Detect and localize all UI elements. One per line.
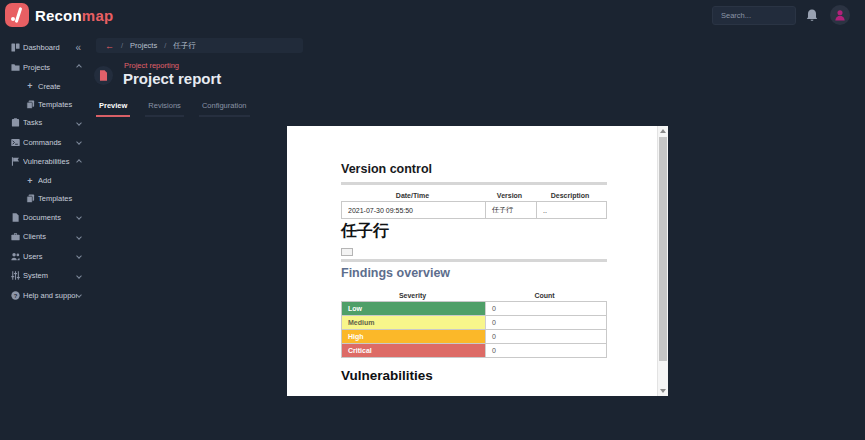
findings-overview-table: Severity Count Low 0 Medium 0 High 0 Cri… — [341, 289, 607, 358]
dashboard-icon — [10, 43, 20, 53]
chevron-up-icon — [76, 159, 82, 165]
svg-text:?: ? — [13, 292, 17, 298]
table-header-row: Date/Time Version Description — [341, 189, 607, 202]
vulnerabilities-heading: Vulnerabilities — [341, 368, 433, 383]
chevron-down-icon — [76, 253, 82, 259]
sidebar-item-dashboard[interactable]: Dashboard « — [0, 38, 88, 58]
page-title: Project report — [123, 70, 221, 87]
copy-icon — [25, 194, 35, 204]
file-icon — [10, 212, 20, 222]
tab-bar: Preview Revisions Configuration — [96, 99, 250, 117]
chevron-down-icon — [76, 234, 82, 240]
report-preview-panel[interactable]: Version control Date/Time Version Descri… — [287, 126, 668, 396]
sidebar-item-vulnerabilities[interactable]: Vulnerabilities — [0, 152, 88, 172]
sidebar-item-create-project[interactable]: + Create — [0, 77, 88, 95]
users-icon — [10, 251, 20, 261]
sidebar-item-tasks[interactable]: Tasks — [0, 113, 88, 133]
user-avatar[interactable] — [830, 5, 850, 25]
plus-icon: + — [25, 176, 35, 186]
panel-scrollbar[interactable] — [657, 126, 668, 396]
severity-row-critical: Critical 0 — [341, 343, 607, 358]
topbar: Reconmap — [0, 0, 865, 30]
version-control-table: Date/Time Version Description 2021-07-30… — [341, 189, 607, 219]
breadcrumb: ← / Projects / 任子行 — [96, 38, 303, 53]
sidebar-item-add-vulnerability[interactable]: + Add — [0, 172, 88, 190]
copy-icon — [25, 99, 35, 109]
scroll-down-button[interactable] — [658, 386, 668, 396]
flag-icon — [10, 157, 20, 167]
severity-row-high: High 0 — [341, 329, 607, 344]
sidebar-item-users[interactable]: Users — [0, 247, 88, 267]
sidebar-item-clients[interactable]: Clients — [0, 227, 88, 247]
severity-row-low: Low 0 — [341, 301, 607, 316]
version-control-heading: Version control — [341, 162, 432, 176]
chevron-up-icon — [76, 64, 82, 70]
sliders-icon — [10, 271, 20, 281]
help-circle-icon: ? — [10, 290, 20, 300]
briefcase-icon — [10, 232, 20, 242]
sidebar-item-vulnerability-templates[interactable]: Templates — [0, 190, 88, 208]
chevron-down-icon — [76, 120, 82, 126]
breadcrumb-projects[interactable]: Projects — [130, 41, 157, 50]
findings-overview-heading: Findings overview — [341, 266, 450, 280]
search-input[interactable] — [712, 6, 796, 25]
brand-name: Reconmap — [35, 7, 113, 24]
scroll-up-button[interactable] — [658, 126, 668, 136]
sidebar-item-system[interactable]: System — [0, 266, 88, 286]
severity-row-medium: Medium 0 — [341, 315, 607, 330]
clipboard-icon — [10, 118, 20, 128]
report-file-icon — [94, 66, 113, 85]
terminal-icon — [10, 137, 20, 147]
reconmap-logo-icon[interactable] — [5, 3, 29, 27]
breadcrumb-project-name[interactable]: 任子行 — [173, 41, 196, 51]
back-arrow-icon[interactable]: ← — [105, 41, 114, 51]
chevron-down-icon — [76, 292, 82, 298]
plus-icon: + — [25, 81, 35, 91]
folder-icon — [10, 62, 20, 72]
notifications-bell-icon[interactable] — [806, 9, 818, 22]
table-row: 2021-07-30 09:55:50 任子行 .. — [341, 201, 607, 219]
chevron-down-icon — [76, 214, 82, 220]
chevron-down-icon — [76, 273, 82, 279]
scrollbar-thumb[interactable] — [659, 137, 667, 361]
sidebar-item-documents[interactable]: Documents — [0, 208, 88, 228]
page-eyebrow: Project reporting — [124, 61, 179, 70]
sidebar-item-help-and-support[interactable]: ? Help and support — [0, 286, 88, 306]
chevron-down-icon — [76, 139, 82, 145]
sidebar-item-projects[interactable]: Projects — [0, 58, 88, 78]
sidebar-item-project-templates[interactable]: Templates — [0, 95, 88, 113]
table-header-row: Severity Count — [341, 289, 607, 302]
broken-image-placeholder — [341, 248, 353, 256]
tab-preview[interactable]: Preview — [96, 99, 130, 117]
divider — [341, 182, 607, 185]
collapse-sidebar-icon[interactable]: « — [75, 42, 81, 53]
sidebar: Dashboard « Projects + Create Templates … — [0, 30, 88, 440]
tab-configuration[interactable]: Configuration — [199, 99, 250, 117]
sidebar-item-commands[interactable]: Commands — [0, 133, 88, 153]
tab-revisions[interactable]: Revisions — [145, 99, 184, 117]
divider — [341, 259, 607, 262]
client-name-heading: 任子行 — [341, 221, 389, 242]
